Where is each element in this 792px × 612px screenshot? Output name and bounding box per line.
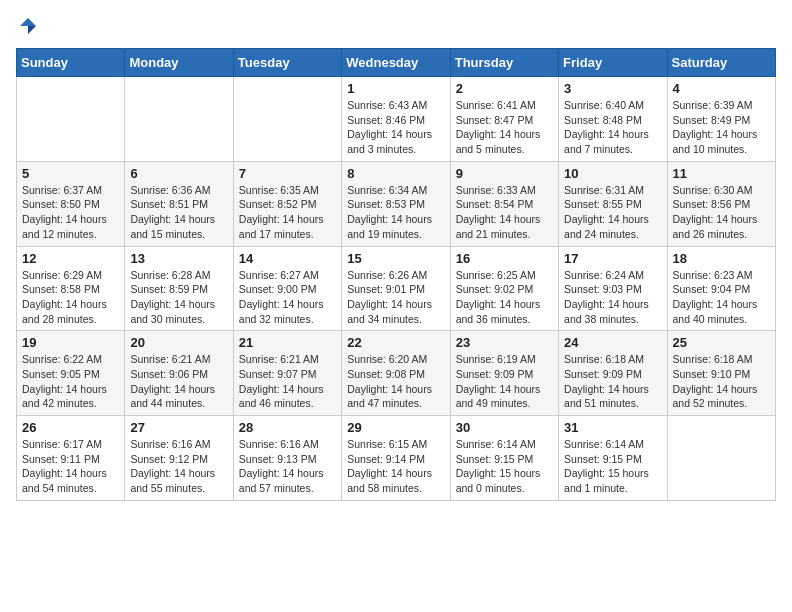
day-info: Sunrise: 6:14 AMSunset: 9:15 PMDaylight:… <box>564 437 661 496</box>
calendar-cell: 13Sunrise: 6:28 AMSunset: 8:59 PMDayligh… <box>125 246 233 331</box>
calendar-cell: 12Sunrise: 6:29 AMSunset: 8:58 PMDayligh… <box>17 246 125 331</box>
day-info: Sunrise: 6:26 AMSunset: 9:01 PMDaylight:… <box>347 268 444 327</box>
calendar-cell: 15Sunrise: 6:26 AMSunset: 9:01 PMDayligh… <box>342 246 450 331</box>
day-number: 25 <box>673 335 770 350</box>
day-number: 21 <box>239 335 336 350</box>
day-number: 31 <box>564 420 661 435</box>
calendar-cell <box>667 416 775 501</box>
day-number: 29 <box>347 420 444 435</box>
calendar-cell: 4Sunrise: 6:39 AMSunset: 8:49 PMDaylight… <box>667 77 775 162</box>
day-info: Sunrise: 6:17 AMSunset: 9:11 PMDaylight:… <box>22 437 119 496</box>
calendar-table: SundayMondayTuesdayWednesdayThursdayFrid… <box>16 48 776 501</box>
day-info: Sunrise: 6:15 AMSunset: 9:14 PMDaylight:… <box>347 437 444 496</box>
day-info: Sunrise: 6:30 AMSunset: 8:56 PMDaylight:… <box>673 183 770 242</box>
column-header-monday: Monday <box>125 49 233 77</box>
calendar-cell: 22Sunrise: 6:20 AMSunset: 9:08 PMDayligh… <box>342 331 450 416</box>
calendar-cell <box>17 77 125 162</box>
calendar-cell: 8Sunrise: 6:34 AMSunset: 8:53 PMDaylight… <box>342 161 450 246</box>
calendar-cell: 10Sunrise: 6:31 AMSunset: 8:55 PMDayligh… <box>559 161 667 246</box>
calendar-cell: 27Sunrise: 6:16 AMSunset: 9:12 PMDayligh… <box>125 416 233 501</box>
calendar-cell: 26Sunrise: 6:17 AMSunset: 9:11 PMDayligh… <box>17 416 125 501</box>
column-header-tuesday: Tuesday <box>233 49 341 77</box>
day-info: Sunrise: 6:43 AMSunset: 8:46 PMDaylight:… <box>347 98 444 157</box>
day-number: 11 <box>673 166 770 181</box>
calendar-cell: 30Sunrise: 6:14 AMSunset: 9:15 PMDayligh… <box>450 416 558 501</box>
logo <box>16 16 38 36</box>
day-number: 2 <box>456 81 553 96</box>
calendar-cell: 2Sunrise: 6:41 AMSunset: 8:47 PMDaylight… <box>450 77 558 162</box>
column-header-friday: Friday <box>559 49 667 77</box>
calendar-cell <box>125 77 233 162</box>
calendar-header-row: SundayMondayTuesdayWednesdayThursdayFrid… <box>17 49 776 77</box>
day-number: 6 <box>130 166 227 181</box>
calendar-cell: 17Sunrise: 6:24 AMSunset: 9:03 PMDayligh… <box>559 246 667 331</box>
calendar-cell: 21Sunrise: 6:21 AMSunset: 9:07 PMDayligh… <box>233 331 341 416</box>
day-info: Sunrise: 6:18 AMSunset: 9:09 PMDaylight:… <box>564 352 661 411</box>
day-info: Sunrise: 6:37 AMSunset: 8:50 PMDaylight:… <box>22 183 119 242</box>
calendar-body: 1Sunrise: 6:43 AMSunset: 8:46 PMDaylight… <box>17 77 776 501</box>
logo-icon <box>18 16 38 36</box>
logo-text <box>16 16 38 36</box>
day-info: Sunrise: 6:18 AMSunset: 9:10 PMDaylight:… <box>673 352 770 411</box>
calendar-cell: 1Sunrise: 6:43 AMSunset: 8:46 PMDaylight… <box>342 77 450 162</box>
day-info: Sunrise: 6:21 AMSunset: 9:07 PMDaylight:… <box>239 352 336 411</box>
day-info: Sunrise: 6:27 AMSunset: 9:00 PMDaylight:… <box>239 268 336 327</box>
calendar-cell: 6Sunrise: 6:36 AMSunset: 8:51 PMDaylight… <box>125 161 233 246</box>
day-number: 15 <box>347 251 444 266</box>
day-info: Sunrise: 6:16 AMSunset: 9:12 PMDaylight:… <box>130 437 227 496</box>
day-info: Sunrise: 6:21 AMSunset: 9:06 PMDaylight:… <box>130 352 227 411</box>
day-number: 12 <box>22 251 119 266</box>
day-number: 1 <box>347 81 444 96</box>
day-number: 24 <box>564 335 661 350</box>
day-info: Sunrise: 6:20 AMSunset: 9:08 PMDaylight:… <box>347 352 444 411</box>
column-header-wednesday: Wednesday <box>342 49 450 77</box>
calendar-cell: 7Sunrise: 6:35 AMSunset: 8:52 PMDaylight… <box>233 161 341 246</box>
day-number: 8 <box>347 166 444 181</box>
day-number: 26 <box>22 420 119 435</box>
calendar-week-2: 5Sunrise: 6:37 AMSunset: 8:50 PMDaylight… <box>17 161 776 246</box>
day-number: 27 <box>130 420 227 435</box>
day-number: 30 <box>456 420 553 435</box>
day-info: Sunrise: 6:33 AMSunset: 8:54 PMDaylight:… <box>456 183 553 242</box>
page-header <box>16 16 776 36</box>
day-number: 23 <box>456 335 553 350</box>
day-info: Sunrise: 6:29 AMSunset: 8:58 PMDaylight:… <box>22 268 119 327</box>
column-header-thursday: Thursday <box>450 49 558 77</box>
day-number: 19 <box>22 335 119 350</box>
day-info: Sunrise: 6:24 AMSunset: 9:03 PMDaylight:… <box>564 268 661 327</box>
day-number: 4 <box>673 81 770 96</box>
day-info: Sunrise: 6:19 AMSunset: 9:09 PMDaylight:… <box>456 352 553 411</box>
calendar-week-5: 26Sunrise: 6:17 AMSunset: 9:11 PMDayligh… <box>17 416 776 501</box>
calendar-cell: 9Sunrise: 6:33 AMSunset: 8:54 PMDaylight… <box>450 161 558 246</box>
calendar-cell: 16Sunrise: 6:25 AMSunset: 9:02 PMDayligh… <box>450 246 558 331</box>
calendar-cell <box>233 77 341 162</box>
day-number: 9 <box>456 166 553 181</box>
calendar-cell: 5Sunrise: 6:37 AMSunset: 8:50 PMDaylight… <box>17 161 125 246</box>
calendar-week-3: 12Sunrise: 6:29 AMSunset: 8:58 PMDayligh… <box>17 246 776 331</box>
day-info: Sunrise: 6:40 AMSunset: 8:48 PMDaylight:… <box>564 98 661 157</box>
day-number: 28 <box>239 420 336 435</box>
day-info: Sunrise: 6:22 AMSunset: 9:05 PMDaylight:… <box>22 352 119 411</box>
column-header-sunday: Sunday <box>17 49 125 77</box>
day-number: 14 <box>239 251 336 266</box>
day-number: 3 <box>564 81 661 96</box>
calendar-cell: 19Sunrise: 6:22 AMSunset: 9:05 PMDayligh… <box>17 331 125 416</box>
day-number: 10 <box>564 166 661 181</box>
calendar-cell: 20Sunrise: 6:21 AMSunset: 9:06 PMDayligh… <box>125 331 233 416</box>
day-number: 20 <box>130 335 227 350</box>
day-number: 13 <box>130 251 227 266</box>
day-number: 22 <box>347 335 444 350</box>
day-info: Sunrise: 6:31 AMSunset: 8:55 PMDaylight:… <box>564 183 661 242</box>
calendar-cell: 31Sunrise: 6:14 AMSunset: 9:15 PMDayligh… <box>559 416 667 501</box>
calendar-week-1: 1Sunrise: 6:43 AMSunset: 8:46 PMDaylight… <box>17 77 776 162</box>
calendar-cell: 24Sunrise: 6:18 AMSunset: 9:09 PMDayligh… <box>559 331 667 416</box>
calendar-cell: 18Sunrise: 6:23 AMSunset: 9:04 PMDayligh… <box>667 246 775 331</box>
day-info: Sunrise: 6:36 AMSunset: 8:51 PMDaylight:… <box>130 183 227 242</box>
day-number: 7 <box>239 166 336 181</box>
calendar-cell: 23Sunrise: 6:19 AMSunset: 9:09 PMDayligh… <box>450 331 558 416</box>
calendar-cell: 14Sunrise: 6:27 AMSunset: 9:00 PMDayligh… <box>233 246 341 331</box>
day-number: 5 <box>22 166 119 181</box>
calendar-cell: 11Sunrise: 6:30 AMSunset: 8:56 PMDayligh… <box>667 161 775 246</box>
day-info: Sunrise: 6:35 AMSunset: 8:52 PMDaylight:… <box>239 183 336 242</box>
day-info: Sunrise: 6:16 AMSunset: 9:13 PMDaylight:… <box>239 437 336 496</box>
